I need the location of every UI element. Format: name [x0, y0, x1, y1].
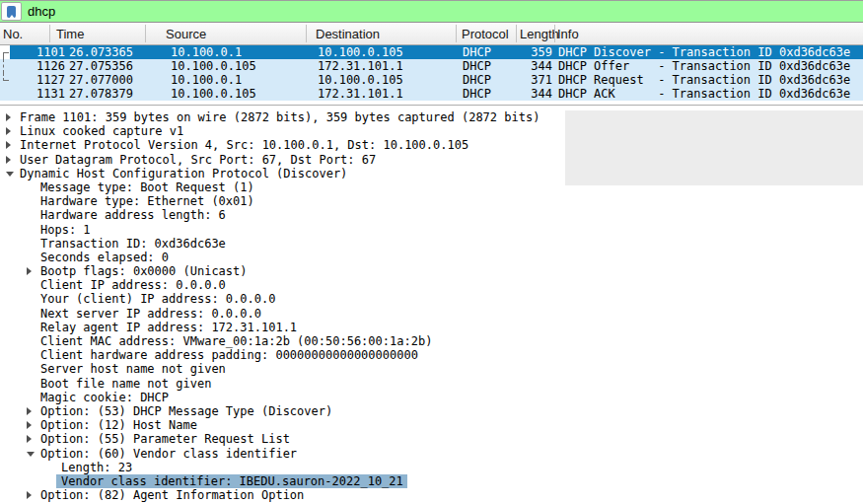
packet-length: 344 — [511, 87, 552, 101]
packet-row[interactable]: 113127.07837910.100.0.105172.31.101.1DHC… — [0, 87, 863, 101]
detail-text: Seconds elapsed: 0 — [40, 251, 169, 264]
detail-text: Transaction ID: 0xd36dc63e — [40, 237, 226, 251]
collapsed-arrow-icon[interactable] — [6, 113, 11, 121]
detail-tree-row[interactable]: Magic cookie: DHCP — [0, 391, 863, 404]
collapsed-arrow-icon[interactable] — [6, 156, 11, 164]
selected-field-text: Vendor class identifier: IBEDU.sauron-20… — [56, 474, 407, 488]
detail-tree-row[interactable]: Client hardware address padding: 0000000… — [0, 348, 863, 362]
bookmark-icon — [7, 6, 16, 18]
column-header-protocol[interactable]: Protocol — [462, 27, 509, 41]
collapsed-arrow-icon[interactable] — [27, 435, 32, 443]
collapsed-arrow-icon[interactable] — [27, 491, 32, 499]
detail-tree-row[interactable]: Server host name not given — [0, 362, 863, 376]
collapsed-arrow-icon[interactable] — [27, 407, 32, 415]
detail-text: Relay agent IP address: 172.31.101.1 — [40, 321, 297, 334]
conversation-bracket-icon — [3, 73, 9, 81]
collapsed-arrow-icon[interactable] — [27, 267, 32, 275]
packet-destination: 172.31.101.1 — [318, 59, 403, 73]
packet-destination: 10.100.0.105 — [318, 73, 403, 87]
detail-text: Option: (12) Host Name — [40, 418, 197, 432]
packet-protocol: DHCP — [463, 59, 491, 73]
detail-text: User Datagram Protocol, Src Port: 67, Ds… — [20, 153, 376, 167]
expanded-arrow-icon[interactable] — [6, 172, 14, 177]
detail-tree-row[interactable]: Hops: 1 — [0, 223, 863, 237]
detail-text: Length: 23 — [61, 461, 132, 474]
packet-time: 27.075356 — [69, 59, 133, 73]
packet-protocol: DHCP — [463, 45, 491, 59]
column-separator[interactable] — [554, 25, 555, 42]
detail-tree-row[interactable]: Vendor class identifier: IBEDU.sauron-20… — [0, 474, 863, 488]
detail-text: Option: (55) Parameter Request List — [40, 432, 290, 446]
detail-tree-row[interactable]: Transaction ID: 0xd36dc63e — [0, 237, 863, 251]
detail-tree-row[interactable]: Bootp flags: 0x0000 (Unicast) — [0, 264, 863, 278]
detail-tree-row[interactable]: Option: (53) DHCP Message Type (Discover… — [0, 404, 863, 418]
collapsed-arrow-icon[interactable] — [27, 421, 32, 429]
packet-length: 344 — [511, 59, 552, 73]
column-header-source[interactable]: Source — [166, 27, 206, 41]
packet-protocol: DHCP — [463, 73, 491, 87]
packet-row[interactable]: 110126.07336510.100.0.110.100.0.105DHCP3… — [0, 45, 863, 59]
packet-no: 1101 — [18, 45, 65, 59]
detail-tree-row[interactable]: Option: (60) Vendor class identifier — [0, 447, 863, 461]
detail-text: Option: (60) Vendor class identifier — [40, 447, 297, 461]
detail-tree-row[interactable]: Hardware type: Ethernet (0x01) — [0, 194, 863, 208]
packet-no: 1131 — [18, 87, 65, 101]
column-header-time[interactable]: Time — [56, 27, 84, 41]
packet-info: DHCP ACK - Transaction ID 0xd36dc63e — [558, 87, 850, 101]
detail-text: Internet Protocol Version 4, Src: 10.100… — [20, 138, 468, 152]
collapsed-arrow-icon[interactable] — [6, 141, 11, 149]
packet-protocol: DHCP — [463, 87, 491, 101]
packet-destination: 172.31.101.1 — [318, 87, 403, 101]
packet-row[interactable]: 112727.07700010.100.0.110.100.0.105DHCP3… — [0, 73, 863, 87]
column-separator[interactable] — [516, 25, 517, 42]
packet-source: 10.100.0.105 — [171, 87, 256, 101]
detail-tree-row[interactable]: Option: (82) Agent Information Option — [0, 488, 863, 502]
detail-tree-row[interactable]: Your (client) IP address: 0.0.0.0 — [0, 292, 863, 306]
display-filter-bar[interactable]: dhcp — [0, 0, 863, 23]
column-separator[interactable] — [145, 25, 146, 42]
packet-info: DHCP Offer - Transaction ID 0xd36dc63e — [558, 59, 850, 73]
detail-tree-row[interactable]: Client IP address: 0.0.0.0 — [0, 278, 863, 292]
packet-rows: 110126.07336510.100.0.110.100.0.105DHCP3… — [0, 45, 863, 101]
detail-text: Linux cooked capture v1 — [20, 124, 183, 138]
detail-text: Client IP address: 0.0.0.0 — [40, 278, 226, 292]
packet-time: 26.073365 — [69, 45, 133, 59]
detail-tree-row[interactable]: Option: (12) Host Name — [0, 418, 863, 432]
detail-tree-row[interactable]: Option: (55) Parameter Request List — [0, 432, 863, 446]
detail-text: Client hardware address padding: 0000000… — [40, 348, 418, 362]
column-header-no[interactable]: No. — [3, 27, 23, 41]
conversation-bracket-icon — [3, 52, 9, 59]
packet-row[interactable]: 112627.07535610.100.0.105172.31.101.1DHC… — [0, 59, 863, 73]
detail-text: Client MAC address: VMware_00:1a:2b (00:… — [40, 334, 432, 348]
detail-tree-row[interactable]: Client MAC address: VMware_00:1a:2b (00:… — [0, 334, 863, 348]
packet-time: 27.077000 — [69, 73, 133, 87]
column-separator[interactable] — [49, 25, 50, 42]
detail-text: Boot file name not given — [40, 377, 211, 391]
packet-no: 1127 — [18, 73, 65, 87]
display-filter-input[interactable]: dhcp — [28, 4, 55, 19]
expanded-arrow-icon[interactable] — [27, 452, 35, 457]
detail-tree-row[interactable]: Seconds elapsed: 0 — [0, 251, 863, 264]
detail-text: Option: (82) Agent Information Option — [40, 488, 304, 502]
collapsed-arrow-icon[interactable] — [6, 127, 11, 135]
filter-bookmark-button[interactable] — [1, 2, 22, 21]
detail-tree-row[interactable]: Next server IP address: 0.0.0.0 — [0, 307, 863, 321]
detail-text: Dynamic Host Configuration Protocol (Dis… — [20, 167, 347, 180]
detail-tree-row[interactable]: Hardware address length: 6 — [0, 208, 863, 222]
packet-length: 359 — [511, 45, 552, 59]
detail-tree-row[interactable]: Boot file name not given — [0, 377, 863, 391]
detail-tree-row[interactable]: Relay agent IP address: 172.31.101.1 — [0, 321, 863, 334]
detail-tree-row[interactable]: Length: 23 — [0, 461, 863, 474]
detail-text: Hardware type: Ethernet (0x01) — [40, 194, 254, 208]
detail-text: Your (client) IP address: 0.0.0.0 — [40, 292, 275, 306]
column-header-info[interactable]: Info — [557, 27, 579, 41]
packet-no: 1126 — [18, 59, 65, 73]
detail-text: Next server IP address: 0.0.0.0 — [40, 307, 261, 321]
packet-source: 10.100.0.105 — [171, 59, 256, 73]
column-header-destination[interactable]: Destination — [316, 27, 380, 41]
packet-source: 10.100.0.1 — [171, 73, 242, 87]
column-separator[interactable] — [456, 25, 457, 42]
column-header-length[interactable]: Length — [520, 27, 559, 41]
conversation-bracket-icon — [3, 59, 9, 73]
column-separator[interactable] — [306, 25, 307, 42]
